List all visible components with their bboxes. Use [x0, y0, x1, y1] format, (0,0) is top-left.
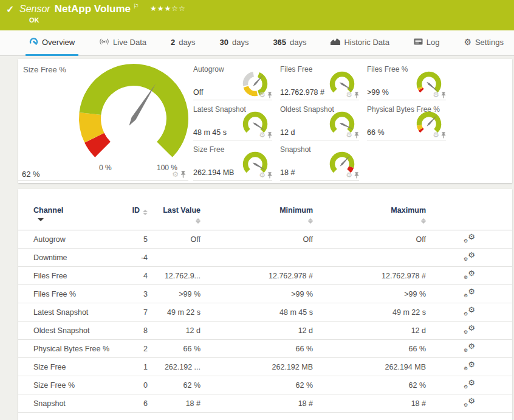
- channel-id: -4: [111, 249, 148, 267]
- gauge-value: 18 #: [280, 168, 295, 177]
- channel-last-value: 18 #: [148, 394, 200, 413]
- gauge-panel-files-free: Files Free12.762.978 #⚙: [280, 64, 359, 100]
- pin-icon[interactable]: [441, 132, 446, 139]
- gauge-panel-physical-bytes-free: Physical Bytes Free %66 %⚙: [367, 104, 446, 140]
- gear-icon[interactable]: ⚙: [259, 91, 266, 98]
- flag-icon[interactable]: ⚐: [133, 2, 139, 10]
- channel-settings-button[interactable]: ⚙⚙: [463, 233, 475, 244]
- pin-icon[interactable]: [180, 171, 186, 178]
- gauge-label: Snapshot: [280, 145, 311, 154]
- channel-maximum: 12.762.978 #: [313, 267, 426, 285]
- table-row-snapshot: Snapshot618 #18 #18 #⚙⚙: [18, 394, 512, 413]
- gauge-label: Files Free %: [367, 65, 408, 74]
- log-icon: [414, 38, 423, 47]
- status-badge: OK: [29, 16, 39, 24]
- gauge-panel-size-free-pct: Size Free % 0 % 100 % 62 % ⚙: [18, 59, 188, 181]
- gears-icon: ⚙: [468, 379, 475, 387]
- sort-icon: [421, 218, 426, 224]
- gear-icon[interactable]: ⚙: [346, 91, 352, 98]
- pin-icon[interactable]: [267, 132, 272, 139]
- channel-settings-button[interactable]: ⚙⚙: [463, 379, 475, 390]
- gears-icon: ⚙: [468, 360, 475, 368]
- priority-star-rating[interactable]: ★★★☆☆: [150, 4, 186, 13]
- channel-last-value: [148, 249, 200, 267]
- channel-settings-button[interactable]: ⚙⚙: [463, 306, 475, 317]
- channel-id: 7: [111, 303, 148, 322]
- tab-2-days[interactable]: 2days: [167, 30, 199, 56]
- gauge-label: Autogrow: [193, 65, 224, 74]
- gauge-label: Size Free %: [23, 65, 66, 74]
- channel-name: Snapshot: [18, 394, 111, 413]
- tab-historic-data[interactable]: Historic Data: [327, 30, 392, 56]
- tab-log[interactable]: Log: [410, 30, 444, 56]
- pin-icon[interactable]: [354, 92, 359, 98]
- channel-name: Autogrow: [18, 230, 111, 249]
- channel-last-value: 49 m 22 s: [148, 303, 200, 322]
- pin-icon[interactable]: [267, 92, 272, 98]
- channel-settings-button[interactable]: ⚙⚙: [463, 361, 475, 371]
- gears-icon-small: ⚙: [464, 403, 468, 408]
- gauge-panel-snapshot: Snapshot18 #⚙: [280, 144, 359, 181]
- gears-icon-small: ⚙: [464, 312, 468, 317]
- gauge-value: 12 d: [280, 128, 295, 137]
- channel-maximum: Off: [313, 230, 426, 249]
- column-header-maximum[interactable]: Maximum: [313, 202, 426, 230]
- channel-settings-button[interactable]: ⚙⚙: [463, 252, 475, 262]
- gear-icon[interactable]: ⚙: [259, 171, 266, 179]
- column-header-id[interactable]: ID: [111, 202, 148, 230]
- gear-icon[interactable]: ⚙: [433, 131, 439, 139]
- gears-icon: ⚙: [468, 306, 475, 314]
- tab-overview[interactable]: Overview: [26, 30, 78, 56]
- channel-settings-button[interactable]: ⚙⚙: [463, 343, 475, 353]
- gears-icon: ⚙: [468, 233, 475, 241]
- gauge-value: Off: [193, 88, 203, 97]
- tab-live-data[interactable]: Live Data: [95, 30, 150, 56]
- table-row-oldest-snapshot: Oldest Snapshot812 d12 d12 d⚙⚙: [18, 322, 512, 340]
- channel-name: Latest Snapshot: [18, 303, 111, 322]
- channel-last-value: 12 d: [148, 322, 200, 340]
- pin-icon[interactable]: [441, 92, 446, 98]
- gear-icon: ⚙: [464, 38, 471, 47]
- table-row-size-free: Size Free %062 %62 %62 %⚙⚙: [18, 376, 512, 394]
- column-header-last-value[interactable]: Last Value: [148, 202, 200, 230]
- pin-icon[interactable]: [267, 172, 272, 179]
- gauge-value: 66 %: [367, 128, 385, 137]
- gauge-panel-latest-snapshot: Latest Snapshot48 m 45 s⚙: [193, 104, 272, 140]
- sort-icon: [196, 218, 200, 224]
- pin-icon[interactable]: [354, 172, 359, 179]
- tab-settings[interactable]: ⚙Settings: [460, 30, 507, 56]
- gear-icon[interactable]: ⚙: [346, 131, 352, 139]
- gears-icon: ⚙: [468, 397, 475, 405]
- channel-minimum: >99 %: [200, 285, 313, 303]
- channel-last-value: 12.762.9...: [148, 267, 200, 285]
- gauge-panel-autogrow: AutogrowOff⚙: [193, 64, 272, 100]
- gear-icon[interactable]: ⚙: [433, 91, 439, 98]
- column-header-minimum[interactable]: Minimum: [200, 202, 313, 230]
- tab-30-days[interactable]: 30days: [216, 30, 253, 56]
- channel-id: 5: [111, 230, 148, 249]
- pin-icon[interactable]: [354, 132, 359, 139]
- gears-icon-small: ⚙: [464, 330, 468, 335]
- channel-minimum: 62 %: [200, 376, 313, 394]
- gears-icon: ⚙: [468, 342, 475, 350]
- channel-name: Size Free: [18, 358, 111, 376]
- channel-settings-button[interactable]: ⚙⚙: [463, 325, 475, 335]
- channel-name: Physical Bytes Free %: [18, 340, 111, 358]
- gears-icon-small: ⚙: [464, 239, 468, 244]
- channel-name: Files Free: [18, 267, 111, 285]
- channel-settings-button[interactable]: ⚙⚙: [463, 270, 475, 280]
- gear-icon[interactable]: ⚙: [172, 171, 179, 178]
- gauge-label: Files Free: [280, 65, 312, 74]
- tab-365-days[interactable]: 365days: [269, 30, 310, 56]
- gauge-label: Size Free: [193, 145, 224, 154]
- table-row-latest-snapshot: Latest Snapshot749 m 22 s48 m 45 s49 m 2…: [18, 303, 512, 322]
- channel-settings-button[interactable]: ⚙⚙: [463, 288, 475, 298]
- channel-settings-button[interactable]: ⚙⚙: [463, 398, 475, 408]
- gauge-value: 62 %: [22, 170, 40, 179]
- gears-icon-small: ⚙: [464, 294, 468, 298]
- chart-icon: [331, 38, 340, 47]
- gear-icon[interactable]: ⚙: [346, 171, 352, 179]
- channel-id: 3: [111, 285, 148, 303]
- gear-icon[interactable]: ⚙: [259, 131, 266, 139]
- column-header-channel[interactable]: Channel: [18, 202, 111, 230]
